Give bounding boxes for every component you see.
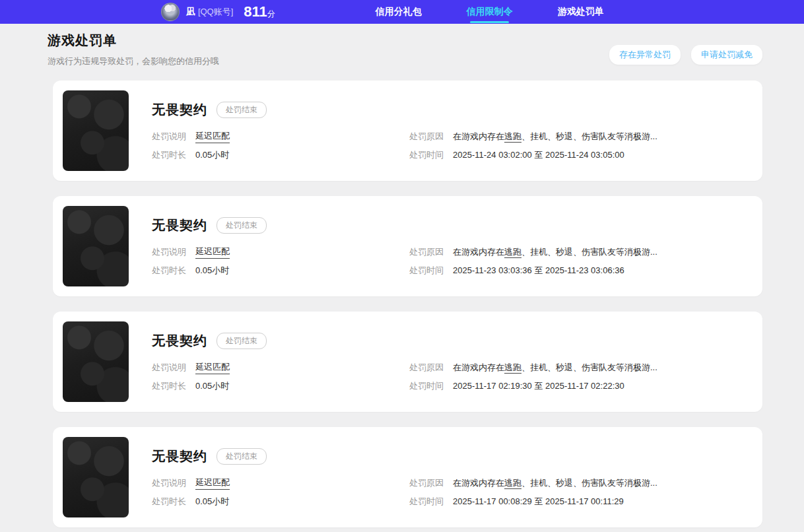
penalty-duration-field: 处罚时长 0.05小时 bbox=[152, 149, 409, 161]
penalty-details: 处罚说明 延迟匹配 处罚原因 在游戏内存在逃跑、挂机、秒退、伤害队友等消极游..… bbox=[152, 474, 753, 511]
penalty-time-field: 处罚时间 2025-11-17 02:19:30 至 2025-11-17 02… bbox=[409, 380, 753, 392]
game-title: 无畏契约 bbox=[152, 448, 207, 465]
penalty-time-value: 2025-11-24 03:02:00 至 2025-11-24 03:05:0… bbox=[453, 149, 624, 161]
tab-credit-restriction[interactable]: 信用限制令 bbox=[467, 0, 513, 24]
penalty-explain-field: 处罚说明 延迟匹配 bbox=[152, 130, 409, 143]
penalty-card-body: 无畏契约 处罚结束 处罚说明 延迟匹配 处罚原因 在游戏内存在逃跑、挂机、秒退、… bbox=[152, 321, 753, 402]
penalty-explain-label: 处罚说明 bbox=[152, 362, 186, 374]
status-badge: 处罚结束 bbox=[217, 333, 267, 349]
penalty-explain-label: 处罚说明 bbox=[152, 131, 186, 143]
penalty-reason-label: 处罚原因 bbox=[409, 131, 444, 143]
penalty-title-row: 无畏契约 处罚结束 bbox=[152, 332, 753, 350]
penalty-reason-label: 处罚原因 bbox=[409, 477, 444, 489]
game-thumbnail bbox=[63, 206, 129, 286]
reason-suffix: 、挂机、秒退、伤害队友等消极游... bbox=[521, 362, 657, 372]
game-title: 无畏契约 bbox=[152, 101, 207, 119]
penalty-duration-value: 0.05小时 bbox=[195, 496, 229, 508]
status-badge: 处罚结束 bbox=[217, 448, 267, 465]
top-nav-tabs: 信用分礼包 信用限制令 游戏处罚单 bbox=[376, 0, 604, 24]
user-avatar bbox=[161, 3, 180, 21]
penalty-explain-value: 延迟匹配 bbox=[195, 477, 230, 490]
penalty-time-value: 2025-11-23 03:03:36 至 2025-11-23 03:06:3… bbox=[453, 265, 624, 277]
penalty-reason-field: 处罚原因 在游戏内存在逃跑、挂机、秒退、伤害队友等消极游... bbox=[409, 477, 753, 489]
penalty-duration-field: 处罚时长 0.05小时 bbox=[152, 265, 409, 277]
penalty-duration-field: 处罚时长 0.05小时 bbox=[152, 496, 409, 508]
penalty-details: 处罚说明 延迟匹配 处罚原因 在游戏内存在逃跑、挂机、秒退、伤害队友等消极游..… bbox=[152, 127, 753, 164]
penalty-relief-button[interactable]: 申请处罚减免 bbox=[691, 45, 762, 65]
reason-term: 逃跑 bbox=[504, 247, 521, 258]
reason-prefix: 在游戏内存在 bbox=[453, 478, 504, 488]
penalty-explain-value: 延迟匹配 bbox=[195, 130, 230, 143]
game-title: 无畏契约 bbox=[152, 216, 207, 234]
game-thumbnail bbox=[63, 321, 129, 402]
penalty-time-value: 2025-11-17 00:08:29 至 2025-11-17 00:11:2… bbox=[453, 496, 624, 508]
penalty-card-body: 无畏契约 处罚结束 处罚说明 延迟匹配 处罚原因 在游戏内存在逃跑、挂机、秒退、… bbox=[152, 437, 753, 517]
reason-prefix: 在游戏内存在 bbox=[453, 131, 504, 141]
penalty-explain-label: 处罚说明 bbox=[152, 246, 186, 258]
penalty-duration-label: 处罚时长 bbox=[152, 149, 186, 161]
game-thumbnail bbox=[63, 90, 129, 171]
penalty-reason-label: 处罚原因 bbox=[409, 246, 444, 258]
penalty-duration-label: 处罚时长 bbox=[152, 265, 186, 277]
penalty-time-label: 处罚时间 bbox=[409, 265, 444, 277]
penalty-time-label: 处罚时间 bbox=[409, 380, 444, 392]
penalty-reason-field: 处罚原因 在游戏内存在逃跑、挂机、秒退、伤害队友等消极游... bbox=[409, 131, 753, 143]
penalty-title-row: 无畏契约 处罚结束 bbox=[152, 101, 753, 119]
penalty-reason-label: 处罚原因 bbox=[409, 362, 444, 374]
page-header: 游戏处罚单 游戏行为违规导致处罚，会影响您的信用分哦 存在异常处罚 申请处罚减免 bbox=[0, 24, 804, 67]
penalty-reason-value: 在游戏内存在逃跑、挂机、秒退、伤害队友等消极游... bbox=[453, 246, 657, 258]
top-navbar: 凪 [QQ账号] 811分 信用分礼包 信用限制令 游戏处罚单 bbox=[0, 0, 804, 24]
penalty-duration-value: 0.05小时 bbox=[195, 149, 229, 161]
penalty-explain-field: 处罚说明 延迟匹配 bbox=[152, 361, 409, 374]
penalty-time-field: 处罚时间 2025-11-24 03:02:00 至 2025-11-24 03… bbox=[409, 149, 753, 161]
penalty-time-field: 处罚时间 2025-11-23 03:03:36 至 2025-11-23 03… bbox=[409, 265, 753, 277]
user-name: 凪 [QQ账号] bbox=[186, 6, 233, 18]
status-badge: 处罚结束 bbox=[217, 102, 267, 118]
penalty-explain-label: 处罚说明 bbox=[152, 477, 186, 489]
penalty-card-body: 无畏契约 处罚结束 处罚说明 延迟匹配 处罚原因 在游戏内存在逃跑、挂机、秒退、… bbox=[152, 206, 753, 286]
penalty-reason-value: 在游戏内存在逃跑、挂机、秒退、伤害队友等消极游... bbox=[453, 362, 657, 374]
reason-term: 逃跑 bbox=[504, 131, 521, 143]
credit-score-value: 811 bbox=[244, 3, 267, 20]
penalty-card: 无畏契约 处罚结束 处罚说明 延迟匹配 处罚原因 在游戏内存在逃跑、挂机、秒退、… bbox=[53, 196, 762, 296]
penalty-reason-field: 处罚原因 在游戏内存在逃跑、挂机、秒退、伤害队友等消极游... bbox=[409, 246, 753, 258]
penalty-duration-field: 处罚时长 0.05小时 bbox=[152, 380, 409, 392]
credit-score: 811分 bbox=[244, 3, 275, 20]
penalty-title-row: 无畏契约 处罚结束 bbox=[152, 216, 753, 234]
reason-suffix: 、挂机、秒退、伤害队友等消极游... bbox=[521, 478, 657, 488]
reason-suffix: 、挂机、秒退、伤害队友等消极游... bbox=[521, 247, 657, 257]
header-actions: 存在异常处罚 申请处罚减免 bbox=[609, 45, 762, 65]
penalty-duration-value: 0.05小时 bbox=[195, 380, 229, 392]
reason-prefix: 在游戏内存在 bbox=[453, 247, 504, 257]
tab-credit-gift[interactable]: 信用分礼包 bbox=[376, 0, 422, 24]
tab-game-penalty[interactable]: 游戏处罚单 bbox=[558, 0, 604, 24]
game-title: 无畏契约 bbox=[152, 332, 207, 350]
user-block: 凪 [QQ账号] 811分 bbox=[161, 3, 275, 21]
penalty-explain-value: 延迟匹配 bbox=[195, 361, 230, 374]
penalty-explain-field: 处罚说明 延迟匹配 bbox=[152, 246, 409, 259]
penalty-reason-value: 在游戏内存在逃跑、挂机、秒退、伤害队友等消极游... bbox=[453, 477, 657, 489]
penalty-explain-value: 延迟匹配 bbox=[195, 246, 230, 259]
penalty-duration-value: 0.05小时 bbox=[195, 265, 229, 277]
reason-prefix: 在游戏内存在 bbox=[453, 362, 504, 372]
penalty-duration-label: 处罚时长 bbox=[152, 496, 186, 508]
penalty-time-label: 处罚时间 bbox=[409, 149, 444, 161]
reason-term: 逃跑 bbox=[504, 478, 521, 489]
penalty-title-row: 无畏契约 处罚结束 bbox=[152, 448, 753, 465]
penalty-time-field: 处罚时间 2025-11-17 00:08:29 至 2025-11-17 00… bbox=[409, 496, 753, 508]
user-nickname: 凪 bbox=[186, 6, 195, 17]
reason-suffix: 、挂机、秒退、伤害队友等消极游... bbox=[521, 131, 657, 141]
penalty-card: 无畏契约 处罚结束 处罚说明 延迟匹配 处罚原因 在游戏内存在逃跑、挂机、秒退、… bbox=[53, 312, 762, 412]
penalty-card: 无畏契约 处罚结束 处罚说明 延迟匹配 处罚原因 在游戏内存在逃跑、挂机、秒退、… bbox=[53, 81, 762, 181]
penalty-details: 处罚说明 延迟匹配 处罚原因 在游戏内存在逃跑、挂机、秒退、伤害队友等消极游..… bbox=[152, 358, 753, 395]
status-badge: 处罚结束 bbox=[217, 217, 267, 234]
reason-term: 逃跑 bbox=[504, 362, 521, 374]
game-thumbnail bbox=[63, 437, 129, 517]
penalty-time-label: 处罚时间 bbox=[409, 496, 444, 508]
penalty-details: 处罚说明 延迟匹配 处罚原因 在游戏内存在逃跑、挂机、秒退、伤害队友等消极游..… bbox=[152, 243, 753, 280]
penalty-duration-label: 处罚时长 bbox=[152, 380, 186, 392]
abnormal-penalty-button[interactable]: 存在异常处罚 bbox=[609, 45, 681, 65]
credit-score-unit: 分 bbox=[267, 9, 275, 18]
penalty-explain-field: 处罚说明 延迟匹配 bbox=[152, 477, 409, 490]
penalty-reason-value: 在游戏内存在逃跑、挂机、秒退、伤害队友等消极游... bbox=[453, 131, 657, 143]
